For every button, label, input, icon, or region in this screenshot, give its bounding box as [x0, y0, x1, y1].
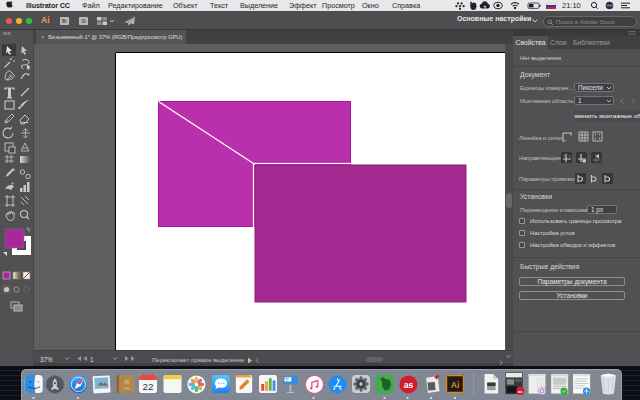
svg-text:as: as [518, 389, 523, 394]
svg-text:as: as [404, 380, 414, 390]
svg-text:22: 22 [142, 381, 153, 392]
svg-text:Ai: Ai [451, 380, 460, 390]
